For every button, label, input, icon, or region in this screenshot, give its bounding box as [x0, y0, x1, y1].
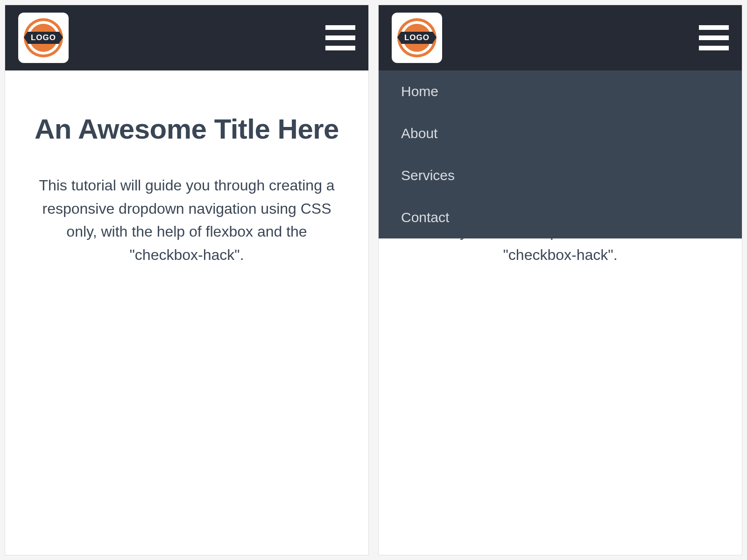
page-content: An Awesome Title Here This tutorial will…: [5, 70, 368, 308]
hamburger-icon[interactable]: [699, 25, 729, 50]
mobile-view-closed: LOGO An Awesome Title Here This tutorial…: [5, 5, 369, 555]
nav-item-about[interactable]: About: [379, 112, 742, 154]
page-title: An Awesome Title Here: [33, 112, 340, 146]
logo-icon: LOGO: [24, 18, 63, 57]
dropdown-menu: Home About Services Contact: [379, 70, 742, 238]
logo-text: LOGO: [401, 32, 433, 44]
logo-text: LOGO: [28, 32, 59, 44]
nav-item-contact[interactable]: Contact: [379, 196, 742, 238]
mobile-view-open: LOGO Home About Services Contact An Awes…: [378, 5, 742, 555]
nav-item-services[interactable]: Services: [379, 154, 742, 196]
logo-icon: LOGO: [397, 18, 437, 57]
hamburger-icon[interactable]: [325, 25, 355, 50]
logo[interactable]: LOGO: [18, 13, 69, 63]
page-description: This tutorial will guide you through cre…: [33, 174, 340, 266]
navbar: LOGO: [5, 5, 368, 70]
nav-item-home[interactable]: Home: [379, 70, 742, 112]
logo[interactable]: LOGO: [392, 13, 442, 63]
navbar: LOGO: [379, 5, 742, 70]
